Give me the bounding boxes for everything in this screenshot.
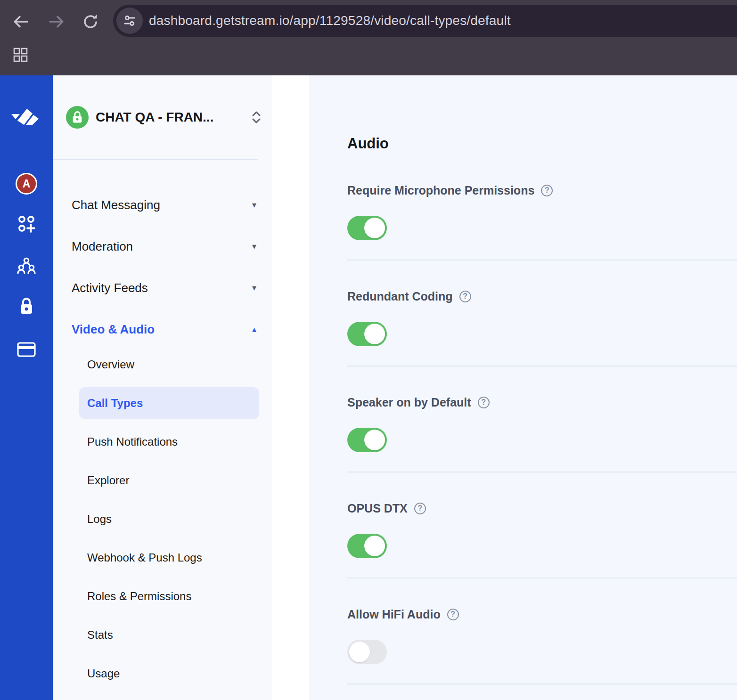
sidebar-subitem[interactable]: Roles & Permissions	[79, 580, 259, 612]
panel-gap	[272, 75, 309, 700]
back-arrow-icon	[12, 13, 30, 31]
security-button[interactable]	[17, 297, 36, 316]
app-selector[interactable]: CHAT QA - FRAN...	[66, 106, 262, 129]
sidebar-subitem[interactable]: Explorer	[79, 464, 259, 496]
sidebar-subitem-label: Overview	[87, 358, 134, 371]
setting-toggle[interactable]	[347, 640, 387, 664]
integrations-button[interactable]	[17, 214, 36, 233]
stream-logo-icon	[11, 107, 42, 126]
sidebar-subitem[interactable]: Usage	[79, 658, 259, 689]
setting-label: Require Microphone Permissions	[347, 184, 534, 197]
grid-icon	[13, 47, 28, 63]
sidebar-section-label: Activity Feeds	[72, 281, 148, 295]
nav-sections: Chat Messaging ▾ Moderation ▾ Activity F…	[53, 184, 272, 350]
setting-label: Redundant Coding	[347, 290, 453, 303]
sidebar-section[interactable]: Moderation ▾	[53, 226, 272, 267]
sidebar-subitem-label: Logs	[87, 513, 112, 526]
setting-toggle[interactable]	[347, 216, 387, 240]
sidebar-section[interactable]: Chat Messaging ▾	[53, 184, 272, 226]
chevron-down-icon: ▾	[252, 242, 256, 251]
sidebar-subitem-label: Call Types	[87, 397, 143, 410]
sidebar-section[interactable]: Video & Audio ▴	[53, 309, 272, 350]
team-button[interactable]	[17, 257, 36, 276]
forward-arrow-icon	[48, 13, 66, 31]
chevron-up-icon: ▴	[252, 325, 256, 334]
toggle-knob	[364, 218, 385, 238]
help-icon[interactable]	[459, 291, 471, 302]
row-divider	[347, 578, 737, 578]
sidebar-subitem[interactable]: Stats	[79, 619, 259, 651]
sidebar-subitem[interactable]: Push Notifications	[79, 426, 259, 457]
sidebar-subitem-label: Explorer	[87, 474, 129, 487]
icon-rail: A	[0, 75, 53, 700]
main-content: Audio Require Microphone Permissions Red…	[309, 75, 737, 700]
team-icon	[17, 257, 36, 275]
app-selector-label: CHAT QA - FRAN...	[96, 110, 213, 125]
app-window: dashboard.getstream.io/app/1129528/video…	[0, 0, 737, 700]
setting-label: Speaker on by Default	[347, 396, 471, 409]
row-divider	[347, 684, 737, 684]
stream-logo[interactable]	[11, 107, 42, 128]
sidebar-subitem-label: Push Notifications	[87, 435, 178, 448]
setting-toggle[interactable]	[347, 322, 387, 346]
sidebar-subitem[interactable]: Call Types	[79, 387, 259, 419]
toggle-knob	[364, 536, 385, 556]
row-divider	[347, 366, 737, 366]
help-icon[interactable]	[414, 503, 426, 514]
sidebar-subitem-label: Stats	[87, 628, 113, 642]
toggle-knob	[364, 430, 385, 450]
apps-grid-button[interactable]	[12, 46, 29, 64]
sidebar-section[interactable]: Activity Feeds ▾	[53, 267, 272, 309]
avatar[interactable]: A	[16, 173, 37, 195]
sidebar: CHAT QA - FRAN... Chat Messaging ▾ Moder…	[53, 75, 272, 700]
page-title: Audio	[347, 134, 737, 153]
sidebar-subitem[interactable]: Overview	[79, 349, 259, 380]
sidebar-section-label: Moderation	[72, 239, 133, 254]
row-divider	[347, 260, 737, 260]
sidebar-subitem[interactable]: Logs	[79, 503, 259, 535]
help-icon[interactable]	[447, 609, 459, 620]
tune-icon	[123, 14, 137, 28]
toggle-knob	[349, 642, 370, 662]
setting-row: OPUS DTX	[347, 502, 737, 608]
setting-label: Allow HiFi Audio	[347, 608, 441, 621]
lock-icon	[18, 297, 35, 316]
nav-subitems: Overview Call Types Push Notifications E…	[53, 345, 272, 696]
back-button[interactable]	[10, 11, 31, 32]
setting-toggle[interactable]	[347, 428, 387, 452]
sidebar-subitem-label: Usage	[87, 667, 120, 680]
reload-button[interactable]	[80, 11, 101, 32]
sidebar-section-label: Video & Audio	[72, 322, 155, 337]
setting-label: OPUS DTX	[347, 502, 408, 515]
chevron-down-icon: ▾	[252, 201, 256, 209]
app-lock-icon	[72, 111, 83, 124]
app-badge	[66, 106, 89, 129]
forward-button[interactable]	[46, 11, 67, 32]
sidebar-subitem[interactable]: Webhook & Push Logs	[79, 542, 259, 573]
setting-row: Speaker on by Default	[347, 396, 737, 502]
settings-list: Require Microphone Permissions Redundant…	[347, 184, 737, 700]
billing-button[interactable]	[17, 340, 36, 359]
sidebar-subitem-label: Webhook & Push Logs	[87, 551, 202, 564]
help-icon[interactable]	[478, 397, 490, 408]
help-icon[interactable]	[541, 185, 553, 196]
row-divider	[347, 472, 737, 472]
avatar-initial: A	[23, 178, 31, 190]
apps-add-icon	[17, 215, 35, 233]
unfold-more-icon	[251, 110, 262, 124]
sidebar-divider	[53, 159, 258, 160]
url-bar[interactable]: dashboard.getstream.io/app/1129528/video…	[113, 5, 737, 37]
chevron-down-icon: ▾	[252, 284, 256, 292]
sidebar-section-label: Chat Messaging	[72, 198, 160, 212]
setting-row: Redundant Coding	[347, 290, 737, 396]
reload-icon	[81, 12, 100, 31]
credit-card-icon	[17, 342, 36, 357]
url-text: dashboard.getstream.io/app/1129528/video…	[149, 13, 511, 28]
toggle-knob	[364, 324, 385, 344]
site-settings-button[interactable]	[116, 8, 143, 34]
setting-toggle[interactable]	[347, 534, 387, 558]
browser-chrome: dashboard.getstream.io/app/1129528/video…	[0, 0, 737, 75]
setting-row: Allow HiFi Audio	[347, 608, 737, 700]
sidebar-subitem-label: Roles & Permissions	[87, 590, 191, 603]
setting-row: Require Microphone Permissions	[347, 184, 737, 290]
